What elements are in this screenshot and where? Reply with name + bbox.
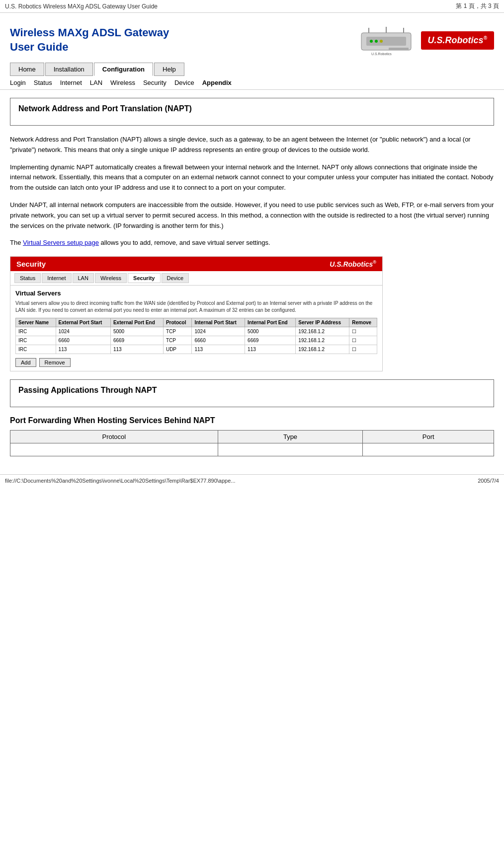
remove-button[interactable]: Remove [39,358,71,367]
subnav-device[interactable]: Device [174,79,194,86]
svg-point-5 [370,40,373,43]
top-bar-page: 第 1 頁，共 3 頁 [456,2,499,10]
protocol-table: Protocol Type Port [10,430,494,456]
th-server-name: Server Name [16,318,56,327]
header-logo-area: U.S.Robotics U.S.Robotics® [359,23,494,58]
sec-buttons: Add Remove [15,358,377,367]
main-content: Network Address and Port Translation (NA… [0,90,504,464]
th-port-col: Port [363,431,494,443]
top-bar-title: U.S. Robotics Wireless MAXg ADSL Gateway… [5,3,158,10]
table-row: IRC113113UDP113113192.168.1.2☐ [16,345,377,354]
sec-body: Virtual Servers Virtual servers allow yo… [10,286,382,371]
sec-sub-nav: Status Internet LAN Wireless Security De… [10,271,382,286]
svg-rect-8 [389,48,409,50]
protocol-empty-row [10,443,494,456]
section-napt: Network Address and Port Translation (NA… [10,98,494,126]
virtual-servers-table: Server Name External Port Start External… [15,318,377,354]
section-passing-apps-title: Passing Applications Through NAPT [18,386,486,395]
security-screenshot: Security U.S.Robotics® Status Internet L… [10,256,383,371]
nav-tabs: Home Installation Configuration Help [0,63,504,76]
th-ext-port-end: External Port End [110,318,163,327]
tab-configuration[interactable]: Configuration [94,63,153,76]
para3: Under NAPT, all internal network compute… [10,200,494,231]
footer-date: 2005/7/4 [478,478,499,484]
add-button[interactable]: Add [15,358,36,367]
para1: Network Address and Port Translation (NA… [10,135,494,155]
para4-suffix: allows you to add, remove, and save virt… [99,239,270,246]
protocol-header-row: Protocol Type Port [10,431,494,443]
sec-section-title: Virtual Servers [15,289,377,297]
th-type-col: Type [218,431,363,443]
subnav-internet[interactable]: Internet [60,79,82,86]
sec-subnav-device: Device [162,273,189,283]
footer: file://C:\Documents%20and%20Settings\ivo… [0,474,504,487]
subnav-appendix[interactable]: Appendix [202,79,232,86]
svg-point-7 [380,40,383,43]
header-title: Wireless MAXg ADSL Gateway User Guide [10,26,169,54]
subnav-wireless[interactable]: Wireless [110,79,135,86]
para4-prefix: The [10,239,23,246]
table-header-row: Server Name External Port Start External… [16,318,377,327]
sec-header-title: Security [16,260,46,268]
th-protocol: Protocol [163,318,192,327]
usrobotics-logo: U.S.Robotics® [421,31,494,50]
subnav-security[interactable]: Security [143,79,167,86]
th-int-port-start: Internal Port Start [192,318,245,327]
table-row: IRC10245000TCP10245000192.168.1.2☐ [16,327,377,336]
tab-home[interactable]: Home [10,63,44,76]
sec-subnav-wireless: Wireless [95,273,127,283]
sec-header: Security U.S.Robotics® [10,257,382,271]
svg-point-6 [375,40,378,43]
section3-title: Port Forwarding When Hosting Services Be… [10,416,494,425]
section-passing-apps: Passing Applications Through NAPT [10,379,494,407]
svg-text:U.S.Robotics: U.S.Robotics [371,52,392,56]
sec-subnav-security: Security [128,273,160,283]
th-int-port-end: Internal Port End [245,318,296,327]
para2: Implementing dynamic NAPT automatically … [10,162,494,193]
sec-description: Virtual servers allow you to direct inco… [15,300,377,314]
tab-help[interactable]: Help [154,63,184,76]
para4: The Virtual Servers setup page allows yo… [10,238,494,248]
th-protocol-col: Protocol [10,431,218,443]
tab-installation[interactable]: Installation [45,63,93,76]
subnav-lan[interactable]: LAN [90,79,102,86]
section-napt-title: Network Address and Port Translation (NA… [18,104,486,113]
sec-subnav-status: Status [14,273,41,283]
sub-nav: Login Status Internet LAN Wireless Secur… [0,76,504,90]
th-remove: Remove [349,318,377,327]
router-image: U.S.Robotics [359,23,414,58]
virtual-servers-link[interactable]: Virtual Servers setup page [23,239,99,246]
subnav-login[interactable]: Login [10,79,26,86]
sec-subnav-lan: LAN [73,273,94,283]
sec-header-logo: U.S.Robotics® [330,260,376,268]
table-row: IRC66606669TCP66606669192.168.1.2☐ [16,336,377,345]
th-server-ip: Server IP Address [296,318,349,327]
sec-subnav-internet: Internet [42,273,71,283]
subnav-status[interactable]: Status [34,79,52,86]
th-ext-port-start: External Port Start [56,318,110,327]
top-bar: U.S. Robotics Wireless MAXg ADSL Gateway… [0,0,504,13]
footer-path: file://C:\Documents%20and%20Settings\ivo… [5,478,236,484]
header: Wireless MAXg ADSL Gateway User Guide U.… [0,13,504,63]
